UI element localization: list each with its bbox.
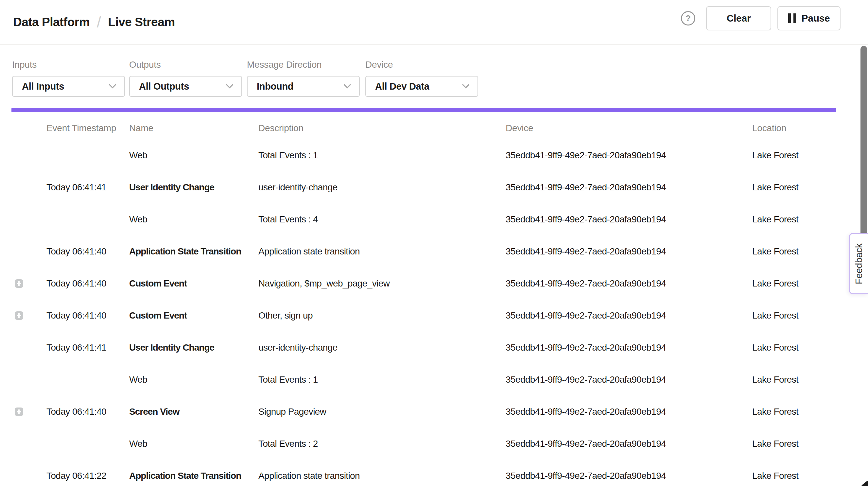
event-description-cell: Total Events : 1 (258, 364, 318, 396)
event-description-cell: Total Events : 4 (258, 204, 318, 236)
device-filter-select[interactable]: All Dev Data (365, 76, 478, 97)
scrollbar-thumb[interactable] (861, 46, 867, 249)
plus-icon (15, 407, 23, 416)
table-row[interactable]: Today 06:41:40 Application State Transit… (0, 236, 836, 268)
event-name-cell: Custom Event (129, 300, 187, 332)
table-header: Event Timestamp Name Description Device … (0, 123, 836, 139)
clear-button[interactable]: Clear (706, 6, 771, 30)
event-name-cell: Web (129, 364, 147, 396)
column-header-location: Location (752, 123, 786, 133)
event-timestamp-cell: Today 06:41:40 (46, 396, 106, 428)
message-direction-filter-value: Inbound (257, 81, 293, 92)
event-location-cell: Lake Forest (752, 268, 798, 300)
table-row[interactable]: Today 06:41:41 User Identity Change user… (0, 171, 836, 204)
filter-outputs: Outputs All Outputs (129, 60, 242, 97)
plus-icon (15, 311, 23, 320)
stream-progress-bar (11, 108, 836, 112)
event-name-cell: Web (129, 428, 147, 460)
event-name-cell: User Identity Change (129, 171, 214, 204)
event-table-body: Web Total Events : 1 35eddb41-9ff9-49e2-… (0, 139, 836, 486)
device-filter-value: All Dev Data (375, 81, 429, 92)
event-location-cell: Lake Forest (752, 300, 798, 332)
table-row[interactable]: Today 06:41:40 Custom Event Navigation, … (0, 268, 836, 300)
table-row[interactable]: Web Total Events : 1 35eddb41-9ff9-49e2-… (0, 139, 836, 171)
event-description-cell: Total Events : 1 (258, 139, 318, 171)
event-location-cell: Lake Forest (752, 332, 798, 364)
event-device-cell: 35eddb41-9ff9-49e2-7aed-20afa90eb194 (506, 204, 666, 236)
event-device-cell: 35eddb41-9ff9-49e2-7aed-20afa90eb194 (506, 300, 666, 332)
expand-row-button[interactable] (15, 407, 23, 416)
inputs-filter-value: All Inputs (22, 81, 64, 92)
event-description-cell: Other, sign up (258, 300, 313, 332)
table-row[interactable]: Web Total Events : 4 35eddb41-9ff9-49e2-… (0, 204, 836, 236)
event-description-cell: user-identity-change (258, 171, 338, 204)
outputs-filter-select[interactable]: All Outputs (129, 76, 242, 97)
event-device-cell: 35eddb41-9ff9-49e2-7aed-20afa90eb194 (506, 428, 666, 460)
event-device-cell: 35eddb41-9ff9-49e2-7aed-20afa90eb194 (506, 396, 666, 428)
event-device-cell: 35eddb41-9ff9-49e2-7aed-20afa90eb194 (506, 236, 666, 268)
inputs-filter-select[interactable]: All Inputs (12, 76, 125, 97)
column-header-name: Name (129, 123, 153, 133)
event-location-cell: Lake Forest (752, 428, 798, 460)
event-name-cell: Application State Transition (129, 460, 241, 486)
outputs-filter-value: All Outputs (139, 81, 189, 92)
event-location-cell: Lake Forest (752, 364, 798, 396)
filter-inputs: Inputs All Inputs (12, 60, 125, 97)
column-header-device: Device (506, 123, 533, 133)
chat-widget-button[interactable] (855, 478, 868, 486)
event-description-cell: Application state transition (258, 460, 360, 486)
breadcrumb-section[interactable]: Data Platform (13, 16, 90, 29)
event-name-cell: Custom Event (129, 268, 187, 300)
event-timestamp-cell: Today 06:41:22 (46, 460, 106, 486)
breadcrumb: Data Platform / Live Stream (13, 0, 175, 44)
header-actions: ? Clear Pause (681, 6, 840, 30)
filter-device: Device All Dev Data (365, 60, 478, 97)
event-name-cell: User Identity Change (129, 332, 214, 364)
question-mark-glyph: ? (685, 13, 691, 24)
message-direction-filter-select[interactable]: Inbound (247, 76, 360, 97)
chevron-down-icon (226, 84, 234, 89)
table-row[interactable]: Web Total Events : 1 35eddb41-9ff9-49e2-… (0, 364, 836, 396)
event-timestamp-cell: Today 06:41:40 (46, 268, 106, 300)
event-description-cell: user-identity-change (258, 332, 338, 364)
table-row[interactable]: Today 06:41:40 Screen View Signup Pagevi… (0, 396, 836, 428)
chevron-down-icon (343, 84, 351, 89)
event-location-cell: Lake Forest (752, 460, 798, 486)
event-name-cell: Web (129, 204, 147, 236)
filter-label-outputs: Outputs (129, 60, 242, 70)
event-name-cell: Screen View (129, 396, 179, 428)
chevron-down-icon (108, 84, 117, 89)
table-row[interactable]: Today 06:41:40 Custom Event Other, sign … (0, 300, 836, 332)
filter-label-device: Device (365, 60, 478, 70)
event-timestamp-cell: Today 06:41:41 (46, 332, 106, 364)
table-row[interactable]: Today 06:41:41 User Identity Change user… (0, 332, 836, 364)
event-device-cell: 35eddb41-9ff9-49e2-7aed-20afa90eb194 (506, 332, 666, 364)
feedback-tab[interactable]: Feedback (849, 233, 868, 294)
pause-icon (788, 13, 796, 23)
event-description-cell: Application state transition (258, 236, 360, 268)
expand-row-button[interactable] (15, 311, 23, 320)
breadcrumb-separator: / (97, 13, 101, 31)
event-name-cell: Web (129, 139, 147, 171)
event-location-cell: Lake Forest (752, 171, 798, 204)
chevron-down-icon (462, 84, 470, 89)
table-row[interactable]: Today 06:41:22 Application State Transit… (0, 460, 836, 486)
column-header-event-timestamp: Event Timestamp (46, 123, 116, 133)
filter-label-message-direction: Message Direction (247, 60, 360, 70)
event-name-cell: Application State Transition (129, 236, 241, 268)
event-location-cell: Lake Forest (752, 396, 798, 428)
expand-row-button[interactable] (15, 279, 23, 288)
event-device-cell: 35eddb41-9ff9-49e2-7aed-20afa90eb194 (506, 171, 666, 204)
event-device-cell: 35eddb41-9ff9-49e2-7aed-20afa90eb194 (506, 268, 666, 300)
pause-button-label: Pause (802, 13, 830, 24)
column-header-description: Description (258, 123, 304, 133)
help-icon[interactable]: ? (681, 11, 695, 26)
top-header: Data Platform / Live Stream ? Clear Paus… (0, 0, 868, 45)
filter-message-direction: Message Direction Inbound (247, 60, 360, 97)
event-device-cell: 35eddb41-9ff9-49e2-7aed-20afa90eb194 (506, 364, 666, 396)
pause-button[interactable]: Pause (777, 6, 840, 30)
event-device-cell: 35eddb41-9ff9-49e2-7aed-20afa90eb194 (506, 139, 666, 171)
event-description-cell: Navigation, $mp_web_page_view (258, 268, 390, 300)
filter-label-inputs: Inputs (12, 60, 125, 70)
table-row[interactable]: Web Total Events : 2 35eddb41-9ff9-49e2-… (0, 428, 836, 460)
